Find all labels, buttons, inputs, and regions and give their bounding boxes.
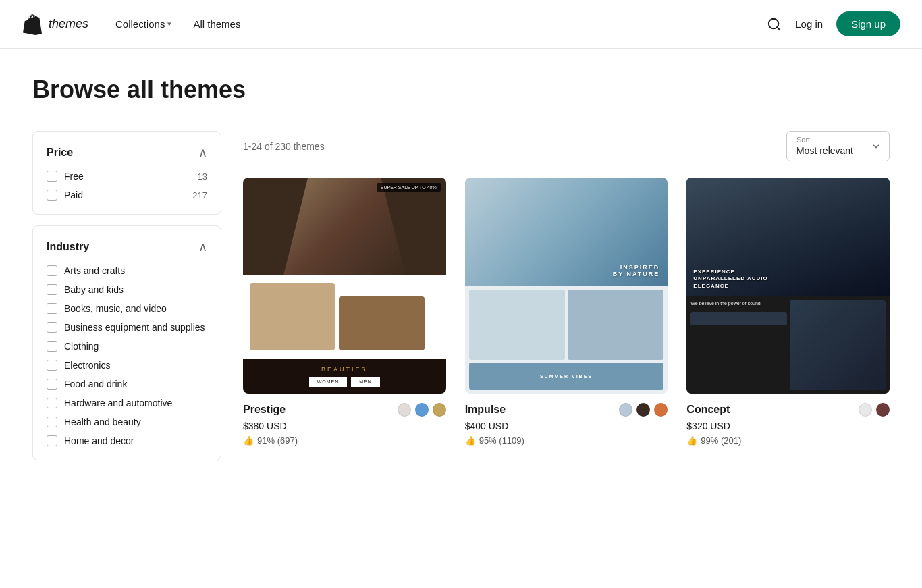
filter-row-industry-2: Books, music, and video	[47, 303, 207, 314]
impulse-preview-wrapper: INSPIRED BY NATURE SUMMER VI	[465, 178, 668, 394]
main-layout: Price ∧ Free 13 Paid 217	[0, 117, 922, 504]
filter-row-industry-5: Electronics	[47, 360, 207, 371]
industry-filter-section: Industry ∧ Arts and crafts Baby and kids…	[32, 225, 221, 460]
swatch-1[interactable]	[619, 403, 632, 417]
sort-container: Sort Most relevant	[786, 131, 890, 161]
prestige-info: Prestige $380 USD 👍 91% (697)	[243, 403, 446, 446]
login-button[interactable]: Log in	[795, 18, 823, 30]
price-filter-toggle[interactable]: ∧	[198, 145, 207, 160]
paid-count: 217	[192, 190, 207, 201]
industry-label-0[interactable]: Arts and crafts	[64, 265, 125, 276]
sort-value: Most relevant	[796, 145, 853, 156]
swatch-2[interactable]	[636, 403, 650, 417]
filter-row-free: Free 13	[47, 171, 207, 182]
prestige-name: Prestige	[243, 404, 286, 416]
filter-row-industry-4: Clothing	[47, 341, 207, 352]
industry-filter-header: Industry ∧	[47, 240, 207, 255]
industry-checkbox-5[interactable]	[47, 360, 57, 371]
prestige-men-btn[interactable]: MEN	[351, 377, 380, 387]
industry-label-9[interactable]: Home and decor	[64, 435, 134, 446]
chevron-down-icon	[871, 142, 881, 151]
concept-preview-wrapper: EXPERIENCE UNPARALLELED AUDIO ELEGANCE W…	[686, 178, 890, 394]
theme-card-impulse[interactable]: INSPIRED BY NATURE SUMMER VI	[465, 178, 668, 446]
industry-checkbox-8[interactable]	[47, 417, 57, 427]
industry-label-4[interactable]: Clothing	[64, 341, 99, 352]
thumbs-up-icon: 👍	[465, 435, 476, 446]
filter-row-industry-3: Business equipment and supplies	[47, 322, 207, 333]
industry-label-6[interactable]: Food and drink	[64, 379, 127, 390]
logo[interactable]: themes	[22, 14, 88, 35]
concept-preview: EXPERIENCE UNPARALLELED AUDIO ELEGANCE W…	[686, 178, 890, 394]
prestige-women-btn[interactable]: WOMEN	[309, 377, 348, 387]
impulse-name: Impulse	[465, 404, 506, 416]
svg-line-1	[778, 27, 780, 30]
theme-card-prestige[interactable]: SUPER SALE UP TO 40% BEAUTIES	[243, 178, 446, 446]
industry-checkbox-6[interactable]	[47, 379, 57, 390]
prestige-brand-text: BEAUTIES	[250, 366, 439, 373]
free-checkbox[interactable]	[47, 171, 57, 182]
impulse-price: $400 USD	[465, 421, 668, 431]
impulse-rating-text: 95% (1109)	[479, 435, 524, 446]
thumbs-up-icon: 👍	[243, 435, 254, 446]
swatch-2[interactable]	[876, 403, 890, 417]
industry-label-2[interactable]: Books, music, and video	[64, 303, 167, 314]
swatch-1[interactable]	[398, 403, 411, 417]
industry-checkbox-9[interactable]	[47, 435, 57, 446]
sort-label: Sort	[796, 136, 853, 144]
industry-label-3[interactable]: Business equipment and supplies	[64, 322, 205, 333]
free-label[interactable]: Free	[64, 171, 84, 182]
concept-right-img	[790, 300, 886, 390]
industry-label-5[interactable]: Electronics	[64, 360, 110, 371]
header: themes Collections ▾ All themes Log in S…	[0, 0, 922, 49]
industry-checkbox-3[interactable]	[47, 322, 57, 333]
filter-row-industry-7: Hardware and automotive	[47, 398, 207, 408]
industry-label-8[interactable]: Health and beauty	[64, 417, 141, 427]
industry-filter-toggle[interactable]: ∧	[198, 240, 207, 255]
theme-card-concept[interactable]: EXPERIENCE UNPARALLELED AUDIO ELEGANCE W…	[686, 178, 890, 446]
prestige-rating: 👍 91% (697)	[243, 435, 446, 446]
page-content: Browse all themes Price ∧ Free 13	[0, 49, 922, 504]
search-button[interactable]	[767, 17, 782, 32]
shopify-logo-icon	[22, 14, 43, 35]
impulse-vibes-text: SUMMER VIBES	[540, 374, 593, 379]
prestige-preview-wrapper: SUPER SALE UP TO 40% BEAUTIES	[243, 178, 446, 394]
filter-row-industry-0: Arts and crafts	[47, 265, 207, 276]
sidebar: Price ∧ Free 13 Paid 217	[32, 131, 221, 471]
concept-cta	[690, 312, 786, 325]
industry-checkbox-1[interactable]	[47, 284, 57, 295]
industry-checkbox-7[interactable]	[47, 398, 57, 408]
signup-button[interactable]: Sign up	[836, 11, 900, 36]
paid-label[interactable]: Paid	[64, 190, 83, 201]
nav-collections[interactable]: Collections ▾	[115, 18, 171, 30]
filter-row-industry-9: Home and decor	[47, 435, 207, 446]
swatch-3[interactable]	[433, 403, 446, 417]
prestige-figure	[283, 178, 405, 275]
industry-label-1[interactable]: Baby and kids	[64, 284, 124, 295]
main-nav: Collections ▾ All themes	[115, 18, 767, 30]
concept-swatches	[859, 403, 890, 417]
paid-checkbox[interactable]	[47, 190, 57, 201]
prestige-product-1	[250, 283, 335, 350]
swatch-1[interactable]	[859, 403, 872, 417]
themes-grid: SUPER SALE UP TO 40% BEAUTIES	[243, 178, 890, 446]
logo-text: themes	[49, 17, 88, 31]
industry-checkbox-0[interactable]	[47, 265, 57, 276]
impulse-preview: INSPIRED BY NATURE SUMMER VI	[465, 178, 668, 394]
concept-tagline: We believe in the power of sound	[690, 300, 786, 306]
prestige-sale-badge: SUPER SALE UP TO 40%	[377, 183, 441, 192]
industry-checkbox-4[interactable]	[47, 341, 57, 352]
industry-label-7[interactable]: Hardware and automotive	[64, 398, 172, 408]
sort-dropdown-button[interactable]	[863, 135, 889, 158]
prestige-product-2	[339, 296, 424, 350]
themes-toolbar: 1-24 of 230 themes Sort Most relevant	[243, 131, 890, 161]
nav-all-themes[interactable]: All themes	[193, 18, 240, 30]
filter-row-industry-1: Baby and kids	[47, 284, 207, 295]
header-actions: Log in Sign up	[767, 11, 900, 36]
swatch-2[interactable]	[415, 403, 429, 417]
chevron-down-icon: ▾	[167, 20, 171, 28]
impulse-swatches	[619, 403, 668, 417]
swatch-3[interactable]	[654, 403, 668, 417]
price-filter-section: Price ∧ Free 13 Paid 217	[32, 131, 221, 215]
industry-checkbox-2[interactable]	[47, 303, 57, 314]
concept-name: Concept	[686, 404, 730, 416]
